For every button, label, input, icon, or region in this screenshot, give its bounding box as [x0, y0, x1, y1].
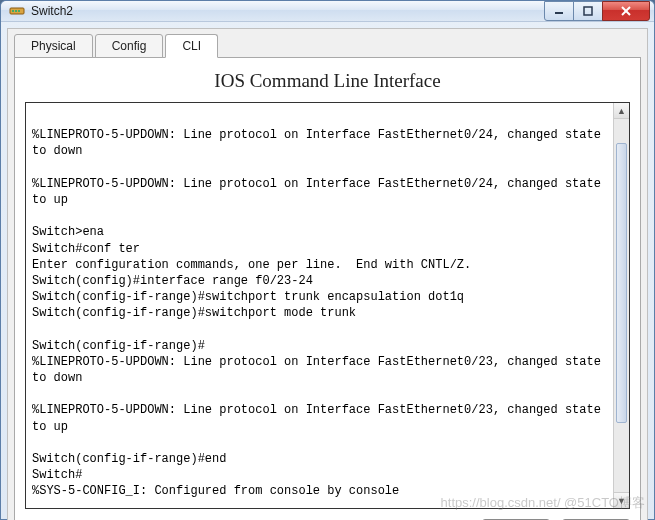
svg-rect-3 — [18, 10, 20, 12]
button-row: Copy Paste — [25, 509, 630, 521]
maximize-button[interactable] — [573, 1, 603, 21]
scroll-down-arrow[interactable]: ▼ — [614, 492, 629, 508]
tab-cli[interactable]: CLI — [165, 34, 218, 58]
app-window: Switch2 Physical Config CLI IOS Command … — [0, 0, 655, 520]
window-title: Switch2 — [31, 4, 545, 18]
window-controls — [545, 1, 650, 21]
svg-rect-1 — [12, 10, 14, 12]
minimize-button[interactable] — [544, 1, 574, 21]
panel-title: IOS Command Line Interface — [25, 70, 630, 92]
cli-panel: IOS Command Line Interface %LINEPROTO-5-… — [14, 57, 641, 520]
scroll-thumb[interactable] — [616, 143, 627, 423]
app-icon — [9, 3, 25, 19]
scrollbar[interactable]: ▲ ▼ — [613, 103, 629, 508]
scroll-up-arrow[interactable]: ▲ — [614, 103, 629, 119]
svg-rect-5 — [584, 7, 592, 15]
tab-config[interactable]: Config — [95, 34, 164, 58]
titlebar[interactable]: Switch2 — [1, 1, 654, 22]
content-area: Physical Config CLI IOS Command Line Int… — [7, 28, 648, 520]
svg-rect-2 — [15, 10, 17, 12]
cli-terminal[interactable]: %LINEPROTO-5-UPDOWN: Line protocol on In… — [26, 103, 613, 508]
close-button[interactable] — [602, 1, 650, 21]
tab-physical[interactable]: Physical — [14, 34, 93, 58]
tab-bar: Physical Config CLI — [14, 34, 641, 58]
terminal-container: %LINEPROTO-5-UPDOWN: Line protocol on In… — [25, 102, 630, 509]
